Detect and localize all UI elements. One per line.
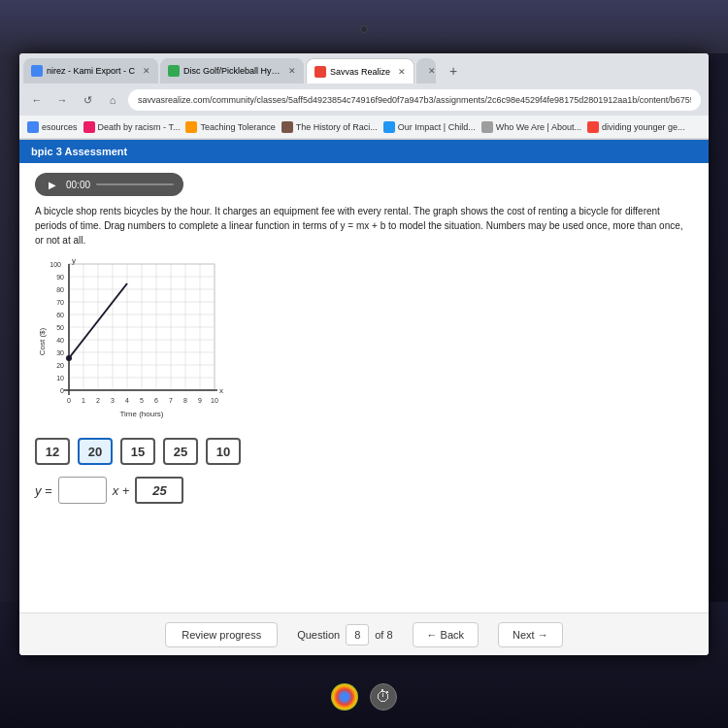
- tab-savvas[interactable]: Savvas Realize ✕: [306, 58, 414, 83]
- x-axis-x: x: [219, 386, 223, 395]
- bookmark-label-resources: esources: [42, 122, 78, 132]
- content-area: ▶ 00:00 A bicycle shop rents bicycles by…: [19, 163, 709, 523]
- tab-label-savvas: Savvas Realize: [330, 67, 390, 77]
- x-label-4: 4: [125, 397, 129, 404]
- taskbar: ⏱: [331, 683, 397, 711]
- browser-chrome: nirez - Kami Export - C ✕ Disc Golf/Pick…: [19, 53, 709, 140]
- question-total: of 8: [375, 629, 392, 641]
- page-header-bar: bpic 3 Assessment: [19, 140, 709, 163]
- drag-number-15[interactable]: 15: [120, 438, 155, 465]
- bottom-navigation: Review progress Question 8 of 8 ← Back N…: [19, 612, 709, 655]
- page-content: bpic 3 Assessment ▶ 00:00 A bicycle shop…: [19, 140, 709, 655]
- bookmark-label-who: Who We Are | About...: [496, 122, 581, 132]
- tab-close-empty[interactable]: ✕: [428, 66, 436, 76]
- graph-container: Cost ($): [35, 259, 229, 424]
- audio-player: ▶ 00:00: [35, 173, 183, 196]
- bookmark-tolerance[interactable]: Teaching Tolerance: [185, 121, 275, 133]
- tab-label-kami: nirez - Kami Export - C: [47, 66, 135, 76]
- x-label-8: 8: [183, 397, 187, 404]
- bookmark-history[interactable]: The History of Raci...: [281, 121, 378, 133]
- x-label-9: 9: [198, 397, 202, 404]
- bookmarks-bar: esources Death by racism - T... Teaching…: [19, 116, 709, 139]
- tab-favicon-kami: [31, 65, 43, 77]
- drag-number-10[interactable]: 10: [206, 438, 241, 465]
- y-axis-y: y: [72, 259, 76, 265]
- reload-button[interactable]: ↺: [78, 90, 97, 110]
- bookmark-dividing[interactable]: dividing younger ge...: [587, 121, 685, 133]
- next-button[interactable]: Next →: [498, 622, 563, 647]
- address-bar: ← → ↺ ⌂: [19, 84, 709, 116]
- drag-number-20[interactable]: 20: [78, 438, 113, 465]
- clock-icon[interactable]: ⏱: [370, 683, 397, 711]
- play-button[interactable]: ▶: [45, 177, 60, 192]
- x-label-5: 5: [140, 397, 144, 404]
- x-label-1: 1: [82, 397, 85, 404]
- breadcrumb: bpic 3 Assessment: [31, 146, 127, 157]
- x-axis-label: Time (hours): [119, 410, 163, 418]
- y-label-10: 10: [56, 375, 64, 381]
- camera: [360, 25, 368, 33]
- y-label-80: 80: [56, 286, 64, 293]
- back-button[interactable]: ← Back: [413, 622, 480, 647]
- forward-nav-button[interactable]: →: [52, 90, 72, 110]
- x-label-3: 3: [111, 397, 115, 404]
- question-counter: Question 8 of 8: [297, 624, 392, 645]
- equation-mx-input[interactable]: [58, 477, 107, 504]
- back-nav-button[interactable]: ←: [27, 90, 47, 110]
- tab-close-kami[interactable]: ✕: [143, 66, 150, 76]
- y-label-60: 60: [56, 312, 64, 318]
- bookmark-death[interactable]: Death by racism - T...: [83, 121, 181, 133]
- bookmark-icon-death: [83, 121, 95, 133]
- y-label-50: 50: [56, 324, 64, 331]
- question-label: Question: [297, 629, 340, 641]
- question-current: 8: [354, 629, 360, 641]
- bookmark-label-history: The History of Raci...: [296, 122, 378, 132]
- tab-favicon-savvas: [314, 66, 326, 78]
- drag-number-12[interactable]: 12: [35, 438, 70, 465]
- audio-progress-line[interactable]: [96, 183, 174, 185]
- y-label-90: 90: [56, 274, 64, 281]
- address-input[interactable]: [128, 89, 701, 111]
- equation-plus: x +: [113, 483, 130, 498]
- bookmark-label-dividing: dividing younger ge...: [602, 122, 685, 132]
- bookmark-icon-dividing: [587, 121, 599, 133]
- review-progress-button[interactable]: Review progress: [165, 622, 278, 647]
- screen: nirez - Kami Export - C ✕ Disc Golf/Pick…: [19, 53, 709, 655]
- data-point-start: [66, 355, 72, 361]
- y-label-40: 40: [56, 337, 64, 344]
- y-label-0: 0: [60, 387, 64, 394]
- tab-label-disc: Disc Golf/Pickleball Hybrid Class: [183, 66, 281, 76]
- bookmark-who[interactable]: Who We Are | About...: [481, 121, 581, 133]
- bookmark-icon-impact: [383, 121, 395, 133]
- bookmark-resources[interactable]: esources: [27, 121, 78, 133]
- equation-prefix: y =: [35, 483, 52, 498]
- drag-numbers-container: 12 20 15 25 10: [35, 438, 693, 465]
- y-label-30: 30: [56, 349, 64, 356]
- tab-empty[interactable]: ✕: [416, 58, 436, 83]
- problem-text: A bicycle shop rents bicycles by the hou…: [35, 204, 693, 248]
- drag-number-25[interactable]: 25: [163, 438, 198, 465]
- home-button[interactable]: ⌂: [103, 90, 122, 110]
- graph-section: Cost ($): [35, 259, 693, 424]
- bookmark-icon-who: [481, 121, 493, 133]
- bookmark-label-tolerance: Teaching Tolerance: [200, 122, 275, 132]
- tab-bar: nirez - Kami Export - C ✕ Disc Golf/Pick…: [19, 53, 709, 84]
- bookmark-icon-resources: [27, 121, 39, 133]
- tab-kami[interactable]: nirez - Kami Export - C ✕: [23, 58, 158, 83]
- new-tab-button[interactable]: +: [442, 59, 465, 83]
- equation-b-value[interactable]: 25: [135, 477, 183, 504]
- chrome-icon[interactable]: [331, 683, 358, 711]
- audio-time: 00:00: [66, 180, 90, 190]
- x-label-0: 0: [67, 397, 71, 404]
- y-axis-label: Cost ($): [38, 327, 47, 355]
- x-label-10: 10: [211, 397, 218, 404]
- tab-disc[interactable]: Disc Golf/Pickleball Hybrid Class ✕: [160, 58, 304, 83]
- x-label-2: 2: [96, 397, 100, 404]
- tab-close-disc[interactable]: ✕: [288, 66, 296, 76]
- bookmark-icon-tolerance: [185, 121, 197, 133]
- equation-row: y = x + 25: [35, 477, 693, 504]
- y-label-20: 20: [56, 362, 64, 369]
- bookmark-impact[interactable]: Our Impact | Child...: [383, 121, 476, 133]
- tab-favicon-disc: [168, 65, 180, 77]
- tab-close-savvas[interactable]: ✕: [398, 67, 406, 77]
